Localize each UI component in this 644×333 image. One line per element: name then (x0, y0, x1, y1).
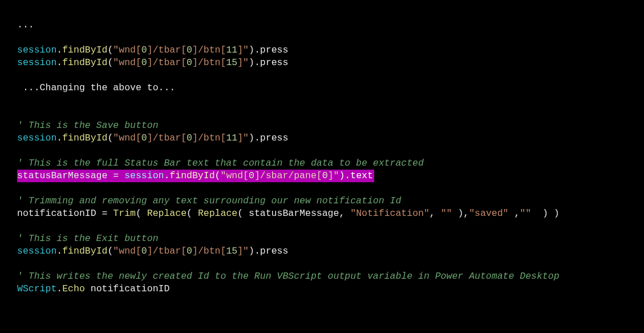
code-token: ( (107, 57, 113, 68)
code-token: , (430, 208, 441, 219)
code-token: ( statusBarMessage, (237, 208, 350, 219)
comment: ' This is the Exit button (17, 233, 159, 244)
code-token: ]/sbar/pane[ (254, 170, 322, 181)
code-token: ]/tbar[ (147, 246, 187, 256)
code-token: 15 (226, 246, 237, 256)
code-token: ]" (328, 170, 339, 181)
code-token: notificationID (85, 283, 170, 294)
code-token: . (56, 246, 62, 256)
code-token: 0 (187, 57, 192, 68)
code-token: "wnd[ (113, 133, 141, 143)
code-token: ]" (237, 246, 249, 256)
code-token: . (56, 283, 62, 294)
comment: ' This writes the newly created Id to th… (17, 271, 560, 282)
code-token: ) (339, 170, 345, 181)
code-token: ( (107, 45, 113, 55)
code-token: 0 (187, 246, 192, 256)
code-token: . (164, 170, 169, 181)
code-token: ]/tbar[ (147, 133, 187, 143)
code-token: ( (107, 246, 113, 256)
code-token: ]/btn[ (192, 246, 226, 256)
code-token: 0 (141, 45, 147, 55)
code-token: "wnd[ (113, 45, 141, 55)
code-token: "wnd[ (113, 246, 141, 256)
code-token: session (124, 170, 164, 181)
code-token: . (56, 57, 62, 68)
code-token: ( (187, 208, 198, 219)
code-token: session (17, 133, 56, 143)
code-token: "Notification" (350, 208, 430, 219)
code-token: findById (62, 246, 107, 256)
code-token: session (17, 246, 56, 256)
code-token: Replace (198, 208, 237, 219)
code-token: ( (107, 133, 113, 143)
code-token: ) (249, 45, 254, 55)
code-token: findById (62, 57, 107, 68)
code-token: ), (452, 208, 469, 219)
code-token: ) ) (531, 208, 560, 219)
code-token: "" (441, 208, 452, 219)
code-token: ]/tbar[ (147, 57, 187, 68)
changing-note: ...Changing the above to... (17, 82, 175, 93)
code-token: .press (254, 57, 288, 68)
code-token: "wnd[ (113, 57, 141, 68)
code-token: "" (520, 208, 531, 219)
code-token: findById (62, 133, 107, 143)
code-token: ]" (237, 57, 249, 68)
code-token: session (17, 57, 56, 68)
code-token: ]/tbar[ (147, 45, 187, 55)
code-token: .press (254, 133, 288, 143)
code-token: .text (345, 170, 373, 181)
code-token: .press (254, 246, 288, 256)
code-token: 11 (226, 45, 237, 55)
highlighted-line: statusBarMessage = session.findById("wnd… (17, 170, 374, 182)
code-token: , (509, 208, 520, 219)
code-token: ) (249, 133, 254, 143)
code-token: 0 (322, 170, 328, 181)
code-token: ]/btn[ (192, 133, 226, 143)
code-token: notificationID = (17, 208, 113, 219)
code-token: WScript (17, 283, 56, 294)
code-token: "wnd[ (220, 170, 249, 181)
code-token: .press (254, 45, 288, 55)
comment: ' Trimming and removing any text surroun… (17, 195, 401, 206)
code-token: session (17, 45, 56, 55)
code-token: ]/btn[ (192, 45, 226, 55)
code-token: Echo (62, 283, 85, 294)
code-token: 0 (187, 133, 192, 143)
code-token: ) (249, 57, 254, 68)
code-token: ) (249, 246, 254, 256)
code-token: 0 (141, 57, 147, 68)
code-token: findById (169, 170, 214, 181)
code-token: ]" (237, 133, 249, 143)
code-token: 11 (226, 133, 237, 143)
code-token: 0 (141, 246, 147, 256)
code-token: findById (62, 45, 107, 55)
code-token: Trim (113, 208, 136, 219)
code-token: 15 (226, 57, 237, 68)
code-token: ( (215, 170, 221, 181)
code-token: ( (136, 208, 147, 219)
comment: ' This is the full Status Bar text that … (17, 158, 424, 168)
code-token: . (56, 133, 62, 143)
code-token: 0 (141, 133, 147, 143)
code-block: ... session.findById("wnd[0]/tbar[0]/btn… (0, 0, 644, 314)
code-token: . (56, 45, 62, 55)
ellipsis: ... (17, 19, 34, 30)
code-token: "saved" (469, 208, 508, 219)
code-token: ]" (237, 45, 249, 55)
code-token: 0 (187, 45, 192, 55)
code-token: 0 (249, 170, 254, 181)
code-token: Replace (147, 208, 187, 219)
code-token: statusBarMessage = (17, 170, 124, 181)
code-token: ]/btn[ (192, 57, 226, 68)
comment: ' This is the Save button (17, 120, 159, 131)
